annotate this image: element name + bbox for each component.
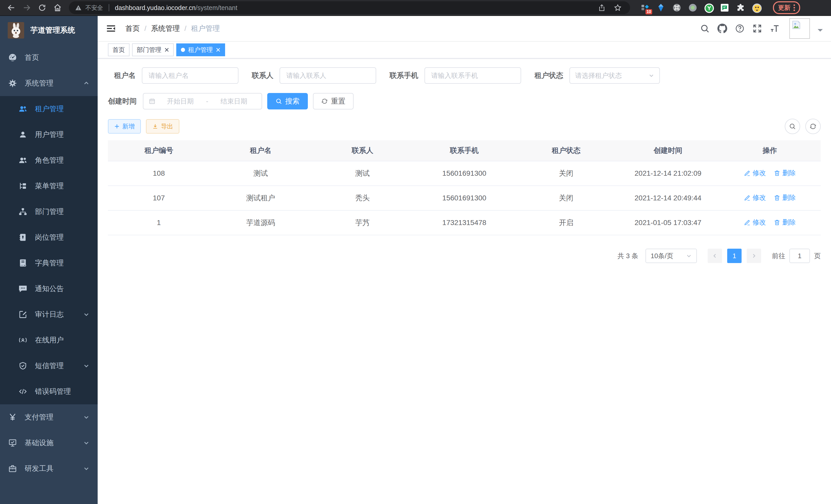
tag-dept[interactable]: 部门管理 xyxy=(132,43,174,56)
sidebar-item-pay[interactable]: 支付管理 xyxy=(0,404,98,430)
extensions-puzzle-icon[interactable] xyxy=(736,3,745,12)
edit-log-icon xyxy=(19,310,27,319)
fullscreen-icon[interactable] xyxy=(752,24,762,33)
sidebar-item-label: 错误码管理 xyxy=(35,387,89,396)
col-mobile: 联系手机 xyxy=(413,140,515,161)
breadcrumb-system[interactable]: 系统管理 xyxy=(151,24,180,33)
filter-tenant-name: 租户名 xyxy=(108,67,238,84)
bookmark-star-icon[interactable] xyxy=(611,2,624,14)
system-submenu: 租户管理 用户管理 角色管理 xyxy=(0,96,98,404)
share-icon[interactable] xyxy=(596,2,608,14)
tenant-name-input[interactable] xyxy=(142,67,238,84)
delete-link[interactable]: 删除 xyxy=(774,218,796,227)
edit-link[interactable]: 修改 xyxy=(744,218,766,227)
current-page-button[interactable]: 1 xyxy=(727,249,742,263)
sidebar-collapse-icon[interactable] xyxy=(106,23,116,34)
browser-reload-icon[interactable] xyxy=(36,2,48,14)
url-text[interactable]: dashboard.yudao.iocoder.cn/system/tenant xyxy=(115,4,237,11)
sidebar-item-system[interactable]: 系统管理 xyxy=(0,70,98,96)
sidebar-item-infra[interactable]: 基础设施 xyxy=(0,430,98,456)
filter-mobile: 联系手机 xyxy=(383,67,521,84)
page-size-value: 10条/页 xyxy=(651,251,673,261)
edit-link[interactable]: 修改 xyxy=(744,169,766,178)
sidebar-item-label: 字典管理 xyxy=(35,258,89,268)
sidebar-item-post[interactable]: 岗位管理 xyxy=(0,225,98,250)
prev-page-button[interactable] xyxy=(708,249,722,263)
sidebar-item-dept[interactable]: 部门管理 xyxy=(0,199,98,225)
extension-tabs-icon[interactable]: 10 xyxy=(640,3,650,12)
help-icon[interactable] xyxy=(735,24,745,33)
sidebar-item-notice[interactable]: 通知公告 xyxy=(0,276,98,302)
add-button[interactable]: 新增 xyxy=(108,119,141,134)
browser-update-button[interactable]: 更新 xyxy=(773,1,800,14)
close-icon[interactable] xyxy=(216,48,221,52)
search-button[interactable]: 搜索 xyxy=(267,93,308,110)
sidebar-item-menu[interactable]: 菜单管理 xyxy=(0,173,98,199)
refresh-icon xyxy=(809,123,816,130)
app-logo[interactable]: 芋道管理系统 xyxy=(0,16,98,45)
date-start-placeholder: 开始日期 xyxy=(158,97,203,106)
github-icon[interactable] xyxy=(717,24,727,33)
cell-id: 107 xyxy=(108,186,210,210)
delete-link[interactable]: 删除 xyxy=(774,193,796,202)
sidebar-item-error-code[interactable]: 错误码管理 xyxy=(0,379,98,404)
reset-button[interactable]: 重置 xyxy=(313,93,353,110)
active-dot xyxy=(181,48,185,52)
search-icon[interactable] xyxy=(700,24,710,33)
extension-chat-icon[interactable] xyxy=(720,3,729,12)
sidebar-item-label: 审计日志 xyxy=(35,309,76,319)
contact-input[interactable] xyxy=(280,67,376,84)
sidebar-item-audit-log[interactable]: 审计日志 xyxy=(0,302,98,327)
sidebar-item-sms[interactable]: 短信管理 xyxy=(0,353,98,379)
goto-page-input[interactable] xyxy=(790,249,810,263)
sidebar-item-home[interactable]: 首页 xyxy=(0,45,98,70)
delete-link[interactable]: 删除 xyxy=(774,169,796,178)
browser-back-icon[interactable] xyxy=(5,2,18,14)
breadcrumb-home[interactable]: 首页 xyxy=(125,24,140,33)
tenant-name-label: 租户名 xyxy=(108,71,142,80)
sidebar-item-role[interactable]: 角色管理 xyxy=(0,147,98,173)
browser-home-icon[interactable] xyxy=(51,2,64,14)
trash-icon xyxy=(774,219,780,226)
toggle-search-button[interactable] xyxy=(785,119,800,134)
refresh-table-button[interactable] xyxy=(805,119,821,134)
cell-name: 芋道源码 xyxy=(210,210,311,235)
profile-avatar-icon[interactable] xyxy=(752,3,761,12)
security-label[interactable]: 不安全 xyxy=(85,4,103,12)
extension-gem-icon[interactable] xyxy=(656,3,665,12)
sidebar-item-tenant[interactable]: 租户管理 xyxy=(0,96,98,122)
tag-home[interactable]: 首页 xyxy=(108,43,130,56)
sidebar-item-dict[interactable]: 字典管理 xyxy=(0,250,98,276)
close-icon[interactable] xyxy=(165,48,169,52)
status-select-placeholder: 请选择租户状态 xyxy=(575,71,622,80)
browser-forward-icon[interactable] xyxy=(21,2,33,14)
extension-y-logo-icon[interactable] xyxy=(704,3,713,12)
chevron-down-icon xyxy=(83,414,89,420)
table-row: 108 测试 测试 15601691300 关闭 2021-12-14 21:0… xyxy=(108,161,821,186)
user-avatar[interactable] xyxy=(790,18,810,39)
mobile-input[interactable] xyxy=(425,67,521,84)
browser-menu-icon[interactable] xyxy=(794,4,795,11)
tag-tenant[interactable]: 租户管理 xyxy=(176,43,225,56)
status-select[interactable]: 请选择租户状态 xyxy=(569,67,660,84)
sidebar-item-online-users[interactable]: 在线用户 xyxy=(0,327,98,353)
extension-record-icon[interactable] xyxy=(688,3,697,12)
sidebar-item-label: 菜单管理 xyxy=(35,181,89,191)
sidebar-item-label: 部门管理 xyxy=(35,207,89,216)
breadcrumb-separator: / xyxy=(184,24,187,33)
export-button[interactable]: 导出 xyxy=(146,119,179,134)
security-warning-icon[interactable] xyxy=(75,4,82,11)
avatar-dropdown-caret-icon[interactable] xyxy=(818,29,823,34)
page-size-select[interactable]: 10条/页 xyxy=(646,249,697,263)
edit-link[interactable]: 修改 xyxy=(744,193,766,202)
extension-command-icon[interactable] xyxy=(672,3,682,12)
font-size-icon[interactable] xyxy=(770,24,780,33)
date-range-picker[interactable]: 开始日期 - 结束日期 xyxy=(143,93,262,110)
address-bar[interactable]: 不安全 dashboard.yudao.iocoder.cn/system/te… xyxy=(69,1,630,14)
app-title: 芋道管理系统 xyxy=(30,25,75,35)
cell-created: 2021-12-14 20:49:44 xyxy=(617,186,719,210)
next-page-button[interactable] xyxy=(747,249,761,263)
sidebar-item-devtools[interactable]: 研发工具 xyxy=(0,456,98,481)
sidebar-item-user[interactable]: 用户管理 xyxy=(0,122,98,147)
calendar-icon xyxy=(148,98,156,105)
